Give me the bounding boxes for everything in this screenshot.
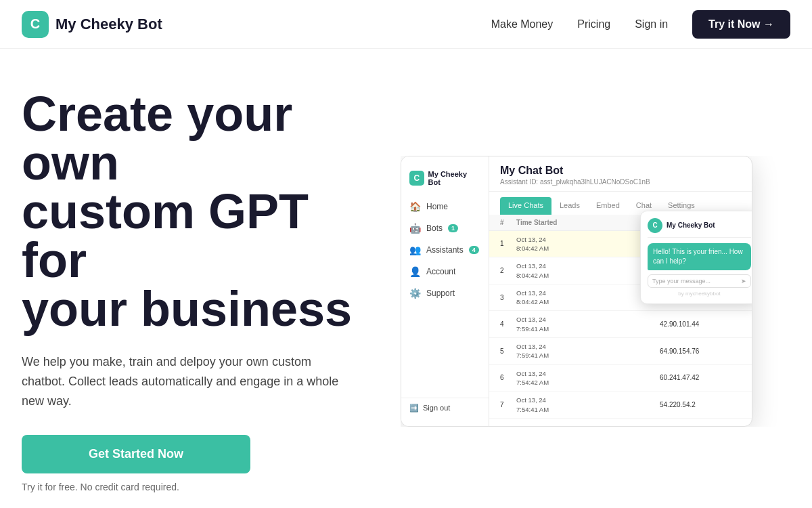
bots-badge: 1 (448, 224, 458, 232)
hero-title: Create your own custom GPT for your busi… (22, 89, 374, 333)
sidebar-brand: My Cheeky Bot (428, 170, 480, 186)
table-row[interactable]: 7 Oct 13, 247:54:41 AM 54.220.54.2 (489, 391, 752, 419)
col-header-time: Time Started (516, 219, 660, 226)
logo-icon: C (22, 11, 49, 38)
chat-avatar: C (648, 218, 662, 233)
bots-icon: 🤖 (409, 223, 421, 234)
navbar: C My Cheeky Bot Make Money Pricing Sign … (0, 0, 812, 49)
logo: C My Cheeky Bot (22, 11, 162, 38)
nav-link-make-money[interactable]: Make Money (491, 18, 554, 30)
sidebar-item-assistants[interactable]: 👥 Assistants 4 (401, 239, 489, 261)
chat-input-bar[interactable]: Type your message... ➤ (648, 274, 751, 288)
app-assistant-id: Assistant ID: asst_plwkqha3lhLUJACNoDSoC… (500, 178, 741, 186)
chat-widget-overlay: C My Cheeky Bot Hello! This is your frie… (640, 211, 752, 304)
table-row[interactable]: 4 Oct 13, 247:59:41 AM 42.90.101.44 (489, 311, 752, 338)
chat-bubble: Hello! This is your frien... How can I h… (648, 243, 751, 270)
sidebar-item-support[interactable]: ⚙️ Support (401, 282, 489, 304)
get-started-button[interactable]: Get Started Now (22, 435, 250, 473)
sidebar-logo: C (409, 171, 424, 186)
hero-note: Try it for free. No credit card required… (22, 482, 374, 492)
hero-subtitle: We help you make, train and delpoy your … (22, 352, 346, 410)
sidebar-header: C My Cheeky Bot (401, 165, 489, 196)
tab-live-chats[interactable]: Live Chats (500, 197, 551, 215)
app-sidebar: C My Cheeky Bot 🏠 Home 🤖 Bots 1 👥 Assist… (401, 156, 489, 426)
tab-embed[interactable]: Embed (588, 197, 628, 215)
hero-right: C My Cheeky Bot 🏠 Home 🤖 Bots 1 👥 Assist… (401, 156, 790, 427)
col-header-num: # (500, 219, 516, 226)
nav-links: Make Money Pricing Sign in Try it Now → (491, 10, 790, 39)
table-row[interactable]: 6 Oct 13, 247:54:42 AM 60.241.47.42 (489, 365, 752, 392)
sidebar-item-account[interactable]: 👤 Account (401, 261, 489, 282)
nav-link-sign-in[interactable]: Sign in (635, 18, 668, 30)
logo-text: My Cheeky Bot (55, 16, 162, 33)
try-it-now-button[interactable]: Try it Now → (692, 10, 790, 39)
hero-section: Create your own custom GPT for your busi… (0, 49, 812, 492)
table-row[interactable]: 5 Oct 13, 247:59:41 AM 64.90.154.76 (489, 338, 752, 365)
app-title: My Chat Bot (500, 165, 741, 177)
sidebar-item-bots[interactable]: 🤖 Bots 1 (401, 217, 489, 239)
chat-header: C My Cheeky Bot (648, 218, 751, 238)
send-icon[interactable]: ➤ (741, 278, 746, 284)
sign-out-button[interactable]: ➡️ Sign out (401, 398, 489, 418)
home-icon: 🏠 (409, 201, 421, 212)
chat-footer: by mycheekybbot (648, 291, 751, 297)
nav-link-pricing[interactable]: Pricing (577, 18, 610, 30)
signout-icon: ➡️ (409, 404, 419, 412)
account-icon: 👤 (409, 266, 421, 277)
hero-left: Create your own custom GPT for your busi… (22, 89, 374, 492)
assistants-icon: 👥 (409, 245, 421, 255)
tab-leads[interactable]: Leads (551, 197, 588, 215)
sidebar-item-home[interactable]: 🏠 Home (401, 196, 489, 217)
chat-bot-name: My Cheeky Bot (667, 221, 715, 229)
assistants-badge: 4 (469, 246, 479, 254)
app-screenshot: C My Cheeky Bot 🏠 Home 🤖 Bots 1 👥 Assist… (401, 156, 752, 427)
support-icon: ⚙️ (409, 288, 421, 299)
app-header: My Chat Bot Assistant ID: asst_plwkqha3l… (489, 156, 752, 192)
